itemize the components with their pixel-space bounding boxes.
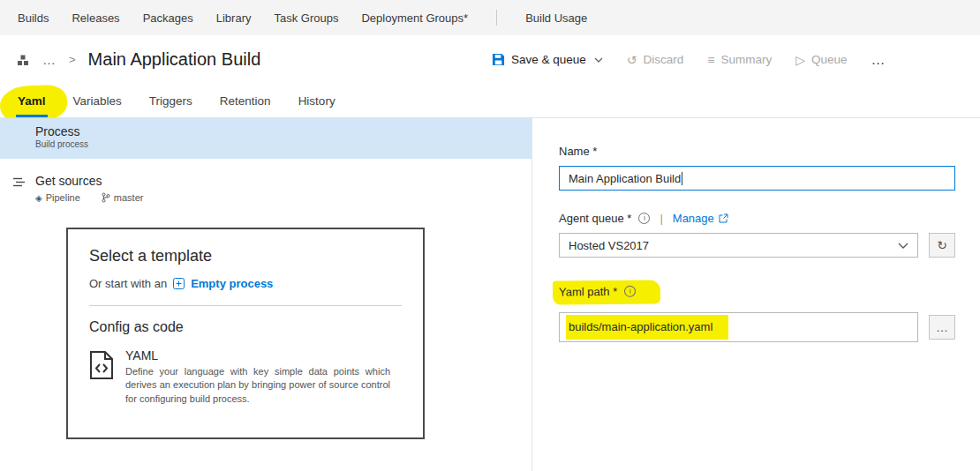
queue-button[interactable]: ▷ Queue [795, 53, 847, 66]
text-cursor [682, 172, 682, 185]
tab-variables[interactable]: Variables [72, 84, 124, 117]
nav-releases[interactable]: Releases [72, 11, 119, 25]
tab-variables-label: Variables [73, 94, 122, 108]
agent-queue-row: Hosted VS2017 ↻ [559, 233, 955, 258]
get-sources-item[interactable]: Get sources ◈ Pipeline master [12, 174, 531, 203]
chevron-down-icon [898, 243, 908, 249]
yaml-path-row: builds/main-application.yaml … [559, 312, 955, 342]
yaml-path-label-row: Yaml path * i [559, 280, 955, 304]
yaml-card-description: Define your language with key simple dat… [125, 365, 390, 406]
process-subtitle: Build process [35, 139, 531, 149]
config-as-code-heading: Config as code [89, 319, 402, 335]
agent-queue-value: Hosted VS2017 [569, 239, 649, 252]
save-queue-label: Save & queue [511, 53, 586, 66]
command-bar: Save & queue ↺ Discard ≡ Summary ▷ Queue… [492, 35, 886, 84]
empty-process-link[interactable]: Empty process [191, 277, 273, 290]
nav-builds[interactable]: Builds [18, 11, 49, 25]
save-icon [492, 53, 505, 66]
template-intro-text: Or start with an [89, 277, 167, 290]
name-input[interactable]: Main Application Build [559, 166, 955, 191]
refresh-icon: ↻ [937, 238, 947, 252]
process-item[interactable]: Process Build process [0, 118, 531, 159]
properties-panel: Name * Main Application Build Agent queu… [531, 118, 980, 471]
build-definition-icon [16, 53, 30, 67]
refresh-button[interactable]: ↻ [929, 233, 955, 258]
yaml-path-label: Yaml path * [559, 285, 617, 299]
name-label: Name * [559, 145, 597, 158]
nav-deployment-groups[interactable]: Deployment Groups* [361, 11, 468, 25]
main-content: Process Build process Get sources ◈ Pipe… [0, 118, 980, 471]
summary-label: Summary [721, 53, 773, 66]
manage-link-label: Manage [673, 212, 714, 225]
play-icon: ▷ [795, 54, 805, 66]
agent-queue-label-row: Agent queue * i | Manage [559, 212, 955, 225]
info-icon[interactable]: i [624, 286, 636, 297]
empty-process-icon [173, 278, 185, 289]
source-pipeline: ◈ Pipeline [35, 192, 80, 203]
get-sources-icon [12, 176, 27, 203]
yaml-card-title: YAML [125, 348, 390, 363]
tab-yaml-label: Yaml [18, 94, 46, 108]
top-navigation: Builds Releases Packages Library Task Gr… [0, 0, 980, 35]
nav-divider [496, 10, 497, 26]
definition-header: … > Main Application Build Save & queue … [0, 35, 980, 84]
tab-history[interactable]: History [297, 84, 337, 117]
agent-queue-dropdown[interactable]: Hosted VS2017 [559, 233, 918, 258]
manage-link[interactable]: Manage [673, 212, 728, 225]
tab-retention-label: Retention [220, 94, 271, 108]
pipeline-icon: ◈ [35, 193, 42, 203]
highlighter-mark-yaml-path-label: Yaml path * i [553, 280, 661, 304]
nav-packages[interactable]: Packages [143, 11, 193, 25]
summary-button[interactable]: ≡ Summary [707, 53, 772, 66]
agent-queue-label: Agent queue * [559, 212, 631, 225]
yaml-template-card[interactable]: YAML Define your language with key simpl… [89, 348, 402, 406]
nav-library[interactable]: Library [216, 11, 252, 25]
ellipsis-icon: … [871, 52, 886, 68]
source-branch-label: master [114, 192, 144, 203]
template-selector-panel: Select a template Or start with an Empty… [66, 228, 425, 439]
build-definition-editor: Builds Releases Packages Library Task Gr… [0, 0, 980, 471]
process-title: Process [35, 124, 531, 138]
breadcrumb: … > Main Application Build [16, 35, 260, 84]
tab-triggers-label: Triggers [149, 94, 192, 108]
yaml-file-icon [89, 350, 114, 406]
pipeline-outline-panel: Process Build process Get sources ◈ Pipe… [0, 118, 531, 471]
browse-button[interactable]: … [929, 315, 955, 340]
source-pipeline-label: Pipeline [46, 192, 80, 203]
get-sources-title: Get sources [35, 174, 143, 188]
source-branch: master [102, 192, 144, 203]
discard-label: Discard [644, 53, 684, 66]
yaml-path-value: builds/main-application.yaml [566, 315, 728, 340]
chevron-down-icon [594, 57, 603, 63]
external-link-icon [719, 213, 728, 223]
discard-button[interactable]: ↺ Discard [627, 53, 684, 66]
info-icon[interactable]: i [638, 213, 650, 224]
template-panel-title: Select a template [89, 247, 402, 265]
breadcrumb-chevron-icon: > [69, 53, 76, 66]
undo-icon: ↺ [627, 54, 637, 66]
get-sources-meta: ◈ Pipeline master [35, 192, 143, 203]
tab-bar: Yaml Variables Triggers Retention Histor… [0, 84, 980, 118]
label-separator: | [660, 212, 662, 225]
tab-triggers[interactable]: Triggers [147, 84, 194, 117]
queue-label: Queue [811, 53, 848, 66]
breadcrumb-ellipsis[interactable]: … [42, 52, 57, 67]
template-divider [89, 305, 402, 306]
tab-retention[interactable]: Retention [218, 84, 273, 117]
summary-icon: ≡ [707, 54, 714, 66]
save-queue-button[interactable]: Save & queue [492, 53, 603, 66]
nav-task-groups[interactable]: Task Groups [274, 11, 338, 25]
name-input-value: Main Application Build [569, 172, 681, 185]
tab-yaml[interactable]: Yaml [16, 84, 48, 117]
nav-build-usage[interactable]: Build Usage [525, 11, 587, 25]
tab-history-label: History [298, 94, 335, 108]
empty-process-row: Or start with an Empty process [89, 277, 402, 290]
more-actions-button[interactable]: … [871, 52, 886, 68]
page-title: Main Application Build [88, 49, 261, 70]
yaml-path-input[interactable]: builds/main-application.yaml [559, 312, 918, 342]
branch-icon [102, 192, 110, 203]
